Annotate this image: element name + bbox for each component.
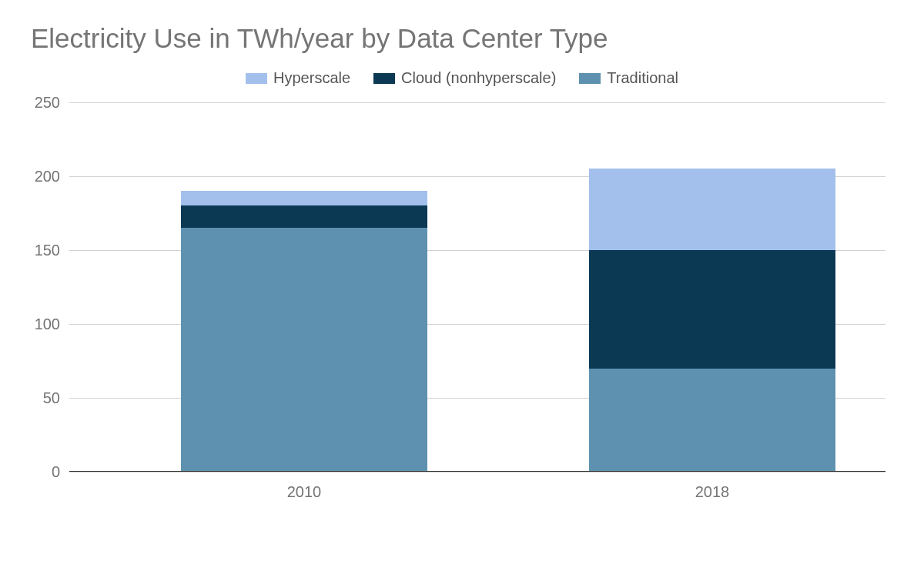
- gridline: [69, 472, 886, 472]
- x-tick-label: 2010: [181, 483, 427, 501]
- y-tick-label: 100: [35, 316, 60, 333]
- y-tick-label: 250: [35, 94, 60, 112]
- bars-area: [69, 102, 886, 472]
- legend-item-hyperscale: Hyperscale: [246, 69, 350, 87]
- legend-swatch-traditional: [579, 73, 601, 84]
- legend-swatch-hyperscale: [246, 73, 267, 84]
- legend-label-cloud: Cloud (nonhyperscale): [401, 69, 556, 87]
- y-tick-label: 0: [52, 463, 60, 481]
- chart-title: Electricity Use in TWh/year by Data Cent…: [31, 23, 901, 54]
- legend-item-cloud: Cloud (nonhyperscale): [373, 69, 556, 87]
- y-tick-label: 200: [35, 168, 60, 185]
- legend-item-traditional: Traditional: [579, 69, 678, 87]
- bar-segment-cloud-nonhyperscale-: [181, 205, 427, 228]
- x-tick-label: 2018: [589, 483, 835, 501]
- legend-label-traditional: Traditional: [607, 69, 678, 87]
- plot-area: 050100150200250 20102018: [69, 102, 886, 510]
- bar-group: [181, 191, 427, 472]
- bar-segment-traditional: [181, 228, 427, 472]
- chart-container: Electricity Use in TWh/year by Data Cent…: [0, 0, 924, 571]
- legend-swatch-cloud: [373, 73, 395, 84]
- y-tick-label: 150: [35, 242, 60, 259]
- y-tick-label: 50: [43, 389, 60, 407]
- x-axis-baseline: [69, 471, 886, 472]
- bar-segment-cloud-nonhyperscale-: [589, 250, 835, 369]
- legend-label-hyperscale: Hyperscale: [273, 69, 350, 87]
- bar-group: [589, 169, 835, 472]
- bar-segment-traditional: [589, 369, 835, 472]
- bar-segment-hyperscale: [589, 169, 835, 250]
- bar-segment-hyperscale: [181, 191, 427, 205]
- chart-legend: Hyperscale Cloud (nonhyperscale) Traditi…: [23, 69, 901, 87]
